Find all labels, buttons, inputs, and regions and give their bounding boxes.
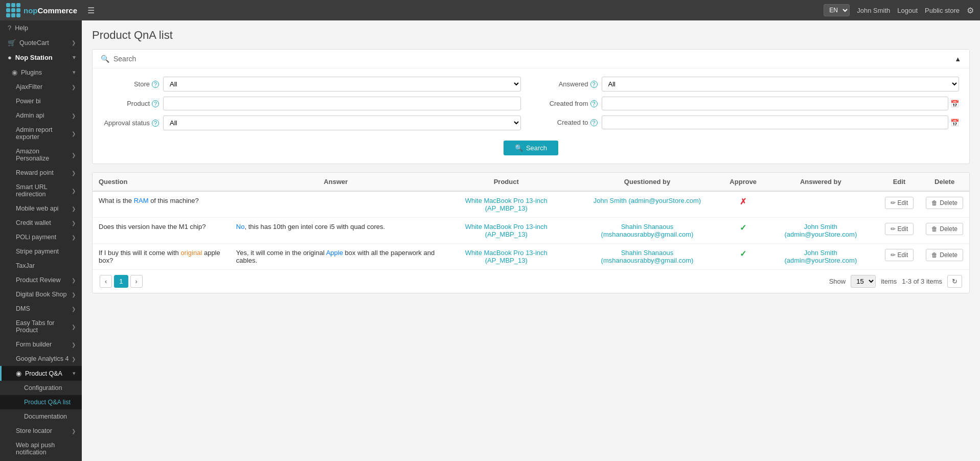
answered-select[interactable]: All	[602, 77, 960, 91]
sidebar-item-quotecart[interactable]: 🛒 QuoteCart ❯	[0, 35, 82, 50]
answered-help-icon[interactable]: ?	[590, 81, 598, 88]
sidebar-item-creditwallet[interactable]: Credit wallet ❯	[0, 216, 82, 230]
sidebar-item-polipayment[interactable]: POLi payment ❯	[0, 230, 82, 244]
cell-questioned-by-1: John Smith (admin@yourStore.com)	[571, 191, 724, 218]
created-to-help-icon[interactable]: ?	[590, 119, 598, 126]
store-select[interactable]: All	[163, 77, 521, 91]
sidebar-item-help[interactable]: ? Help	[0, 20, 82, 35]
created-from-help-icon[interactable]: ?	[590, 100, 598, 107]
col-approve: Approve	[723, 173, 763, 191]
sidebar-item-plugins[interactable]: ◉ Plugins ▾	[0, 65, 82, 80]
approval-help-icon[interactable]: ?	[152, 120, 159, 127]
chevron-right-icon: ❯	[72, 84, 76, 90]
store-label: Store ?	[103, 80, 159, 88]
cell-answered-by-3: John Smith (admin@yourStore.com)	[763, 244, 878, 270]
chevron-right-icon: ❯	[72, 113, 76, 119]
chevron-right-icon: ❯	[72, 324, 76, 330]
store-help-icon[interactable]: ?	[152, 81, 159, 88]
trash-icon-1: 🗑	[931, 199, 938, 206]
help-icon: ?	[8, 24, 11, 32]
product-link-1[interactable]: White MacBook Pro 13-inch (AP_MBP_13)	[465, 197, 548, 212]
sidebar-item-dms[interactable]: DMS ❯	[0, 302, 82, 316]
questioned-by-link-1[interactable]: John Smith (admin@yourStore.com)	[594, 197, 701, 204]
chevron-right-icon: ❯	[72, 220, 76, 226]
logo-dot	[16, 13, 20, 17]
answered-label: Answered ?	[541, 80, 598, 88]
sidebar-item-amazon[interactable]: Amazon Personalize ❯	[0, 144, 82, 166]
logo-dot	[11, 13, 15, 17]
sidebar-item-smarturl[interactable]: Smart URL redirection ❯	[0, 180, 82, 201]
edit-button-2[interactable]: ✏ Edit	[885, 223, 914, 235]
sidebar-label-configuration: Configuration	[24, 384, 62, 391]
cell-approve-3: ✓	[723, 244, 763, 270]
hamburger-icon[interactable]: ☰	[87, 6, 95, 15]
chevron-right-icon: ❯	[72, 170, 76, 176]
sidebar-item-adminreport[interactable]: Admin report exporter ❯	[0, 123, 82, 144]
next-page-button[interactable]: ›	[130, 275, 143, 288]
sidebar-item-productqa[interactable]: ◉ Product Q&A ▾	[0, 366, 82, 381]
product-link-2[interactable]: White MacBook Pro 13-inch (AP_MBP_13)	[465, 223, 548, 238]
sidebar-item-productreview[interactable]: Product Review ❯	[0, 273, 82, 287]
created-from-input[interactable]	[602, 97, 949, 110]
created-to-label: Created to ?	[541, 119, 598, 126]
prev-page-button[interactable]: ‹	[100, 275, 112, 288]
product-label: Product ?	[103, 100, 159, 107]
chevron-right-icon: ❯	[72, 40, 76, 45]
logout-link[interactable]: Logout	[897, 7, 918, 14]
sidebar-item-mobilewebapi[interactable]: Mobile web api ❯	[0, 201, 82, 216]
language-select[interactable]: EN	[824, 4, 850, 16]
sidebar-item-formbuilder[interactable]: Form builder ❯	[0, 337, 82, 352]
cell-product-3: White MacBook Pro 13-inch (AP_MBP_13)	[442, 244, 571, 270]
sidebar-item-ajaxfilter[interactable]: AjaxFilter ❯	[0, 80, 82, 94]
sidebar-label-documentation: Documentation	[24, 413, 67, 420]
product-link-3[interactable]: White MacBook Pro 13-inch (AP_MBP_13)	[465, 249, 548, 264]
created-to-input[interactable]	[602, 116, 949, 129]
questioned-by-link-3[interactable]: Shahin Shanaous (mshanaousrabby@gmail.co…	[601, 249, 694, 264]
sidebar-label-taxjar: TaxJar	[16, 262, 35, 269]
edit-button-1[interactable]: ✏ Edit	[885, 197, 914, 209]
edit-button-3[interactable]: ✏ Edit	[885, 249, 914, 261]
answered-by-link-3[interactable]: John Smith (admin@yourStore.com)	[784, 249, 857, 264]
sidebar-item-productqalist[interactable]: Product Q&A list	[0, 395, 82, 409]
public-store-link[interactable]: Public store	[925, 7, 960, 14]
delete-button-3[interactable]: 🗑 Delete	[926, 249, 963, 261]
pagination-right: Show 15 25 50 items 1-3 of 3 items ↻	[829, 275, 962, 288]
username-link[interactable]: John Smith	[857, 7, 890, 14]
calendar-from-icon[interactable]: 📅	[950, 100, 959, 108]
sidebar-item-stripe[interactable]: Stripe payment	[0, 244, 82, 259]
search-panel-toggle[interactable]: 🔍 Search ▲	[93, 50, 969, 68]
page-1-button[interactable]: 1	[114, 275, 128, 288]
sidebar-item-rewardpoint[interactable]: Reward point ❯	[0, 166, 82, 180]
sidebar-item-googleanalytics[interactable]: Google Analytics 4 ❯	[0, 352, 82, 366]
cell-edit-2: ✏ Edit	[879, 218, 920, 244]
edit-icon-3: ✏	[891, 251, 896, 259]
refresh-button[interactable]: ↻	[947, 275, 962, 288]
chevron-right-icon: ❯	[72, 342, 76, 348]
items-count: 1-3 of 3 items	[902, 278, 942, 285]
sidebar-label-productqalist: Product Q&A list	[24, 399, 71, 406]
sidebar-item-webapipush[interactable]: Web api push notification	[0, 438, 82, 459]
sidebar-item-easytabs[interactable]: Easy Tabs for Product ❯	[0, 316, 82, 337]
sidebar-item-adminapi[interactable]: Admin api ❯	[0, 108, 82, 123]
product-help-icon[interactable]: ?	[152, 100, 159, 107]
trash-icon-3: 🗑	[931, 251, 938, 259]
approve-x-icon-1: ✗	[740, 197, 746, 206]
search-button[interactable]: 🔍 Search	[504, 141, 558, 155]
sidebar-item-storelocator[interactable]: Store locator ❯	[0, 424, 82, 438]
settings-icon[interactable]: ⚙	[967, 6, 974, 15]
answered-by-link-2[interactable]: John Smith (admin@yourStore.com)	[784, 223, 857, 238]
delete-button-2[interactable]: 🗑 Delete	[926, 223, 963, 235]
sidebar-item-digitalbookshop[interactable]: Digital Book Shop ❯	[0, 287, 82, 302]
product-input[interactable]	[163, 97, 521, 110]
logo-dot	[16, 8, 20, 12]
questioned-by-link-2[interactable]: Shahin Shanaous (mshanaousrabby@gmail.co…	[601, 223, 694, 238]
sidebar-item-powerbi[interactable]: Power bi	[0, 94, 82, 108]
sidebar-item-configuration[interactable]: Configuration	[0, 381, 82, 395]
show-count-select[interactable]: 15 25 50	[851, 275, 876, 288]
sidebar-item-taxjar[interactable]: TaxJar	[0, 259, 82, 273]
sidebar-item-documentation[interactable]: Documentation	[0, 409, 82, 424]
calendar-to-icon[interactable]: 📅	[950, 119, 959, 127]
sidebar-item-nopstation[interactable]: ● Nop Station ▾	[0, 50, 82, 65]
approval-select[interactable]: All	[163, 116, 521, 130]
delete-button-1[interactable]: 🗑 Delete	[926, 197, 963, 209]
